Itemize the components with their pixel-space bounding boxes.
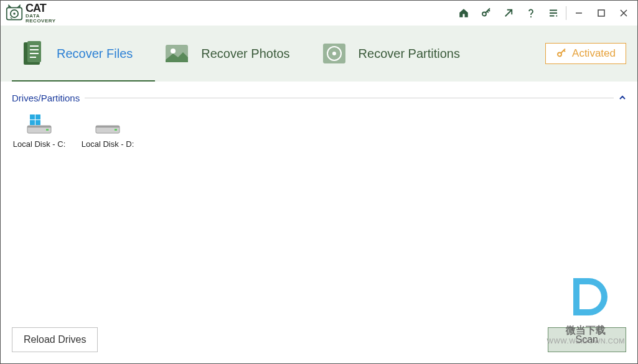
cat-logo-icon bbox=[6, 4, 23, 22]
section-header: Drives/Partitions bbox=[12, 93, 626, 103]
tab-label: Recover Photos bbox=[201, 47, 289, 61]
drive-d[interactable]: Local Disk - D: bbox=[83, 113, 133, 149]
svg-point-18 bbox=[332, 52, 336, 55]
drive-label: Local Disk - C: bbox=[13, 139, 66, 149]
svg-rect-23 bbox=[30, 114, 35, 119]
svg-rect-24 bbox=[35, 114, 40, 119]
menu-icon bbox=[548, 7, 559, 19]
tab-recover-partitions[interactable]: Recover Partitions bbox=[314, 26, 465, 82]
menu-button[interactable] bbox=[542, 3, 565, 23]
section-divider bbox=[85, 98, 614, 98]
chevron-up-icon bbox=[619, 94, 626, 101]
tab-label: Recover Files bbox=[57, 47, 133, 61]
tab-label: Recover Partitions bbox=[359, 47, 460, 61]
activated-label: Activated bbox=[572, 47, 616, 60]
svg-point-2 bbox=[13, 12, 16, 15]
svg-rect-9 bbox=[27, 41, 41, 62]
partitions-icon bbox=[319, 38, 350, 69]
svg-rect-28 bbox=[96, 126, 120, 128]
app-window: CAT DATA RECOVERY bbox=[0, 0, 638, 364]
scan-button[interactable]: Scan bbox=[548, 327, 626, 352]
collapse-section-button[interactable] bbox=[619, 93, 626, 103]
svg-rect-29 bbox=[115, 129, 117, 131]
share-button[interactable] bbox=[497, 3, 520, 23]
maximize-button[interactable] bbox=[590, 3, 612, 23]
svg-rect-7 bbox=[598, 10, 604, 16]
titlebar: CAT DATA RECOVERY bbox=[1, 1, 637, 26]
activated-badge[interactable]: Activated bbox=[545, 43, 626, 64]
brand-main: CAT bbox=[26, 2, 56, 14]
help-button[interactable] bbox=[520, 3, 542, 23]
svg-rect-21 bbox=[27, 126, 51, 128]
tab-recover-files[interactable]: Recover Files bbox=[12, 26, 138, 82]
drive-label: Local Disk - D: bbox=[82, 139, 134, 149]
footer: Reload Drives Scan bbox=[1, 327, 637, 363]
reload-drives-button[interactable]: Reload Drives bbox=[12, 327, 98, 352]
drive-icon bbox=[24, 113, 55, 136]
photos-icon bbox=[161, 38, 192, 69]
tab-bar: Recover Files Recover Photos Recover Par… bbox=[1, 26, 637, 82]
files-icon bbox=[17, 38, 48, 69]
key-button[interactable] bbox=[475, 3, 497, 23]
question-icon bbox=[525, 7, 537, 19]
spacer bbox=[12, 159, 626, 316]
drives-list: Local Disk - C: Local Disk - D: bbox=[12, 103, 626, 159]
close-icon bbox=[619, 9, 628, 17]
titlebar-buttons bbox=[453, 3, 635, 23]
key-icon bbox=[556, 48, 567, 59]
svg-point-5 bbox=[556, 15, 557, 16]
active-tab-underline bbox=[12, 80, 155, 82]
svg-point-19 bbox=[558, 53, 561, 57]
app-logo: CAT DATA RECOVERY bbox=[6, 2, 56, 24]
content-area: Drives/Partitions L bbox=[1, 82, 637, 327]
svg-rect-25 bbox=[30, 120, 35, 125]
minimize-button[interactable] bbox=[568, 3, 590, 23]
brand-sub2: RECOVERY bbox=[26, 19, 56, 24]
titlebar-divider bbox=[566, 6, 566, 20]
arrow-up-right-icon bbox=[503, 7, 514, 19]
minimize-icon bbox=[575, 9, 583, 17]
logo-text: CAT DATA RECOVERY bbox=[26, 2, 56, 24]
drive-c[interactable]: Local Disk - C: bbox=[14, 113, 64, 149]
key-icon bbox=[481, 7, 492, 19]
svg-point-3 bbox=[482, 12, 486, 16]
section-title: Drives/Partitions bbox=[12, 93, 80, 103]
close-button[interactable] bbox=[612, 3, 635, 23]
tab-recover-photos[interactable]: Recover Photos bbox=[156, 26, 294, 82]
home-button[interactable] bbox=[453, 3, 475, 23]
drive-icon bbox=[92, 113, 123, 136]
maximize-icon bbox=[597, 9, 606, 17]
svg-point-15 bbox=[171, 49, 176, 54]
svg-rect-26 bbox=[35, 120, 40, 125]
svg-point-4 bbox=[530, 16, 532, 17]
svg-rect-22 bbox=[46, 129, 49, 131]
home-icon bbox=[458, 7, 469, 19]
